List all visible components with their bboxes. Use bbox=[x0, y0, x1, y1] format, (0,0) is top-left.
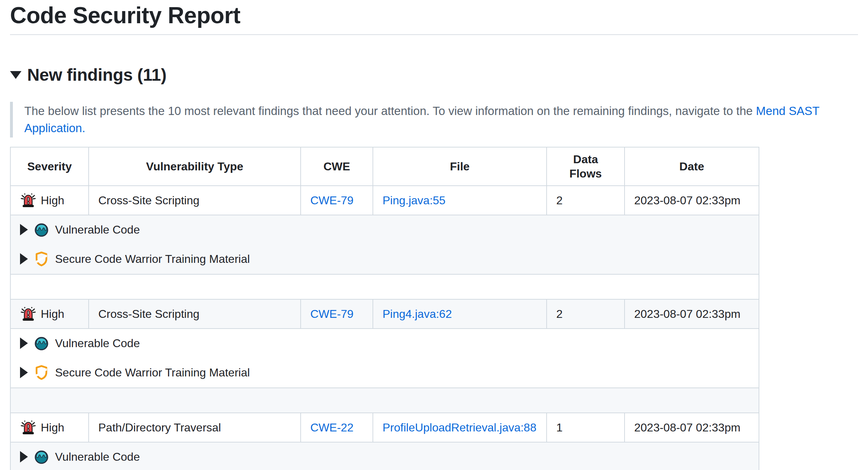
monster-icon bbox=[34, 335, 49, 351]
expand-triangle-icon bbox=[20, 253, 28, 265]
date-cell: 2023-08-07 02:33pm bbox=[625, 413, 759, 442]
new-findings-summary[interactable]: New findings (11) bbox=[10, 65, 167, 85]
date-cell: 2023-08-07 02:33pm bbox=[625, 186, 759, 215]
cwe-cell: CWE-79 bbox=[301, 186, 373, 215]
spacer-row bbox=[10, 388, 759, 413]
training-material-label: Secure Code Warrior Training Material bbox=[55, 250, 250, 268]
severity-label: High bbox=[41, 192, 64, 209]
vuln-type-cell: Path/Directory Traversal bbox=[89, 413, 301, 442]
siren-icon bbox=[20, 192, 36, 209]
expand-triangle-icon bbox=[20, 367, 28, 378]
col-header-file: File bbox=[373, 147, 547, 186]
vulnerable-code-label: Vulnerable Code bbox=[55, 221, 140, 238]
finding-details-row: Vulnerable Code Secure Code Warrior Trai… bbox=[10, 215, 759, 274]
vulnerable-code-toggle[interactable]: Vulnerable Code bbox=[20, 221, 140, 238]
file-cell: ProfileUploadRetrieval.java:88 bbox=[373, 413, 547, 442]
file-cell: Ping.java:55 bbox=[373, 186, 547, 215]
col-header-date: Date bbox=[625, 147, 759, 186]
data-flows-cell: 2 bbox=[547, 299, 625, 329]
finding-row: High Path/Directory Traversal CWE-22 Pro… bbox=[10, 413, 759, 442]
siren-icon bbox=[20, 419, 36, 436]
monster-icon bbox=[34, 222, 49, 238]
training-material-label: Secure Code Warrior Training Material bbox=[55, 364, 250, 381]
vulnerable-code-toggle[interactable]: Vulnerable Code bbox=[20, 335, 140, 352]
severity-cell: High bbox=[10, 299, 89, 329]
expand-triangle-icon bbox=[20, 338, 28, 349]
new-findings-title: New findings (11) bbox=[27, 65, 167, 85]
monster-icon bbox=[34, 449, 49, 465]
col-header-severity: Severity bbox=[10, 147, 89, 186]
vuln-type-cell: Cross-Site Scripting bbox=[89, 186, 301, 215]
shield-icon bbox=[34, 251, 49, 267]
finding-details-row: Vulnerable Code Secure Code Warrior Trai… bbox=[10, 329, 759, 388]
vulnerable-code-label: Vulnerable Code bbox=[55, 448, 140, 465]
vuln-type-cell: Cross-Site Scripting bbox=[89, 299, 301, 329]
col-header-cwe: CWE bbox=[301, 147, 373, 186]
file-link[interactable]: ProfileUploadRetrieval.java:88 bbox=[383, 421, 536, 434]
file-link[interactable]: Ping4.java:62 bbox=[383, 308, 452, 320]
data-flows-cell: 2 bbox=[547, 186, 625, 215]
col-header-data-flows: Data Flows bbox=[547, 147, 625, 186]
severity-cell: High bbox=[10, 413, 89, 442]
col-header-vuln-type: Vulnerability Type bbox=[89, 147, 301, 186]
training-material-toggle[interactable]: Secure Code Warrior Training Material bbox=[20, 250, 250, 268]
table-header-row: Severity Vulnerability Type CWE File Dat… bbox=[10, 147, 759, 186]
training-material-toggle[interactable]: Secure Code Warrior Training Material bbox=[20, 364, 250, 381]
siren-icon bbox=[20, 306, 36, 322]
shield-icon bbox=[34, 365, 49, 380]
cwe-cell: CWE-79 bbox=[301, 299, 373, 329]
spacer-row bbox=[10, 274, 759, 299]
severity-label: High bbox=[41, 419, 64, 436]
vulnerable-code-toggle[interactable]: Vulnerable Code bbox=[20, 448, 140, 465]
cwe-link[interactable]: CWE-79 bbox=[310, 194, 354, 207]
date-cell: 2023-08-07 02:33pm bbox=[625, 299, 759, 329]
data-flows-cell: 1 bbox=[547, 413, 625, 442]
finding-row: High Cross-Site Scripting CWE-79 Ping.ja… bbox=[10, 186, 759, 215]
expand-triangle-icon bbox=[20, 224, 28, 235]
file-cell: Ping4.java:62 bbox=[373, 299, 547, 329]
notice-blockquote: The below list presents the 10 most rele… bbox=[10, 102, 858, 138]
cwe-link[interactable]: CWE-79 bbox=[310, 308, 354, 320]
findings-table: Severity Vulnerability Type CWE File Dat… bbox=[10, 147, 759, 470]
severity-cell: High bbox=[10, 186, 89, 215]
finding-details-row: Vulnerable Code Secure Code Warrior Trai… bbox=[10, 442, 759, 470]
report-page: Code Security Report New findings (11) T… bbox=[10, 3, 858, 470]
notice-text: The below list presents the 10 most rele… bbox=[24, 104, 756, 118]
vulnerable-code-label: Vulnerable Code bbox=[55, 335, 140, 352]
file-link[interactable]: Ping.java:55 bbox=[383, 194, 445, 207]
severity-label: High bbox=[41, 305, 64, 322]
collapse-triangle-icon bbox=[10, 71, 21, 79]
cwe-cell: CWE-22 bbox=[301, 413, 373, 442]
finding-row: High Cross-Site Scripting CWE-79 Ping4.j… bbox=[10, 299, 759, 329]
cwe-link[interactable]: CWE-22 bbox=[310, 421, 354, 434]
page-title: Code Security Report bbox=[10, 3, 858, 35]
expand-triangle-icon bbox=[20, 451, 28, 462]
